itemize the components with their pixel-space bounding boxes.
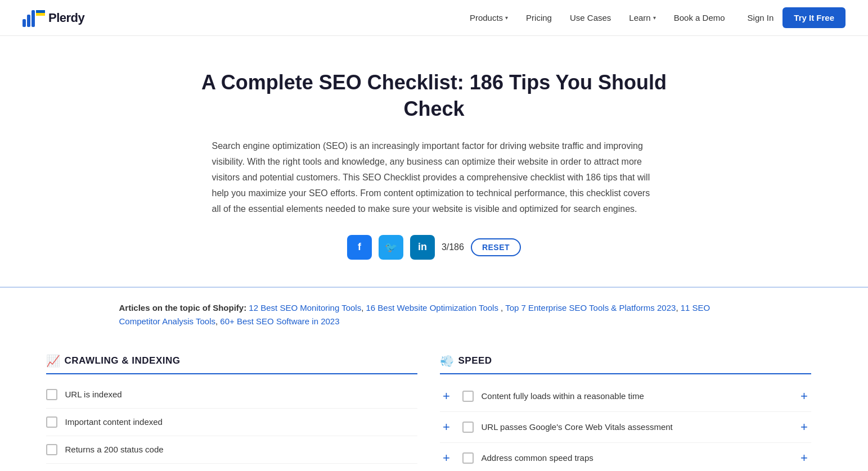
nav-book-demo-link[interactable]: Book a Demo: [674, 13, 725, 22]
checklist-grid: 📈 CRAWLING & INDEXING URL is indexed Imp…: [18, 337, 851, 471]
nav-item-book-demo[interactable]: Book a Demo: [674, 13, 725, 22]
checkbox-200-status[interactable]: [46, 444, 57, 455]
checkbox-content-loads[interactable]: [462, 391, 474, 402]
article-link-1[interactable]: 12 Best SEO Monitoring Tools: [249, 303, 361, 313]
chevron-down-icon: ▾: [653, 15, 656, 21]
checkbox-speed-traps[interactable]: [462, 452, 474, 464]
checkbox-content-indexed[interactable]: [46, 416, 57, 428]
nav-item-products[interactable]: Products ▾: [470, 13, 508, 22]
section-divider: [0, 287, 868, 288]
crawling-icon: 📈: [46, 354, 60, 368]
logo-link[interactable]: Plerdy: [23, 9, 84, 27]
nav-item-pricing[interactable]: Pricing: [526, 13, 552, 22]
try-free-button[interactable]: Try It Free: [782, 7, 845, 28]
progress-counter: 3/186: [442, 242, 464, 252]
logo-text: Plerdy: [48, 11, 84, 25]
reset-button[interactable]: RESET: [471, 238, 521, 256]
twitter-share-button[interactable]: 🐦: [379, 235, 403, 260]
speed-section-header: 💨 SPEED: [440, 354, 811, 374]
hero-section: A Complete SEO Checklist: 186 Tips You S…: [181, 36, 687, 287]
navbar: Plerdy Products ▾ Pricing Use Cases Lear…: [0, 0, 868, 36]
item-label-content-indexed: Important content indexed: [65, 417, 417, 427]
nav-learn-link[interactable]: Learn ▾: [629, 13, 655, 22]
expand-speed-1[interactable]: +: [440, 389, 453, 404]
speed-section-title: SPEED: [458, 355, 492, 366]
list-item: + Content fully loads within a reasonabl…: [440, 381, 811, 412]
nav-links: Products ▾ Pricing Use Cases Learn ▾ Boo…: [470, 13, 725, 22]
list-item: URL is indexed: [46, 381, 417, 409]
crawling-section-title: CRAWLING & INDEXING: [65, 355, 181, 366]
articles-label: Articles on the topic of Shopify:: [119, 303, 247, 313]
crawling-section-header: 📈 CRAWLING & INDEXING: [46, 354, 417, 374]
list-item: Returns a 200 status code: [46, 436, 417, 464]
list-item: Important content indexed: [46, 409, 417, 436]
expand-right-speed-2[interactable]: +: [798, 420, 811, 434]
expand-speed-3[interactable]: +: [440, 451, 453, 465]
article-link-3[interactable]: Top 7 Enterprise SEO Tools & Platforms 2…: [505, 303, 676, 313]
chevron-down-icon: ▾: [505, 15, 508, 21]
nav-right: Sign In Try It Free: [748, 7, 845, 28]
nav-products-link[interactable]: Products ▾: [470, 13, 508, 22]
speed-section: 💨 SPEED + Content fully loads within a r…: [434, 348, 828, 471]
item-label-core-web-vitals: URL passes Google's Core Web Vitals asse…: [482, 422, 798, 432]
item-label-content-loads: Content fully loads within a reasonable …: [482, 391, 798, 401]
item-label-200-status: Returns a 200 status code: [65, 445, 417, 454]
facebook-share-button[interactable]: f: [347, 235, 372, 260]
nav-use-cases-link[interactable]: Use Cases: [570, 13, 611, 22]
list-item: + URL passes Google's Core Web Vitals as…: [440, 412, 811, 443]
hero-description: Search engine optimization (SEO) is an i…: [212, 138, 656, 217]
list-item: + Address common speed traps +: [440, 443, 811, 471]
linkedin-share-button[interactable]: in: [410, 235, 435, 260]
nav-item-use-cases[interactable]: Use Cases: [570, 13, 611, 22]
page-title: A Complete SEO Checklist: 186 Tips You S…: [192, 70, 676, 123]
article-link-5[interactable]: 60+ Best SEO Software in 2023: [220, 316, 339, 326]
item-label-url-indexed: URL is indexed: [65, 390, 417, 399]
expand-right-speed-3[interactable]: +: [798, 451, 811, 465]
speed-icon: 💨: [440, 354, 454, 368]
checkbox-core-web-vitals[interactable]: [462, 422, 474, 433]
item-label-speed-traps: Address common speed traps: [482, 453, 798, 463]
checkbox-url-indexed[interactable]: [46, 389, 57, 400]
crawling-indexing-section: 📈 CRAWLING & INDEXING URL is indexed Imp…: [41, 348, 434, 471]
articles-row: Articles on the topic of Shopify: 12 Bes…: [97, 288, 772, 337]
social-share-row: f 🐦 in 3/186 RESET: [192, 235, 676, 260]
article-link-2[interactable]: 16 Best Website Optimization Tools: [366, 303, 498, 313]
sign-in-button[interactable]: Sign In: [748, 13, 774, 22]
nav-item-learn[interactable]: Learn ▾: [629, 13, 655, 22]
logo-icon: [23, 9, 45, 27]
list-item: Indexable by robots meta tag and X-robot…: [46, 464, 417, 471]
nav-pricing-link[interactable]: Pricing: [526, 13, 552, 22]
expand-right-speed-1[interactable]: +: [798, 389, 811, 404]
expand-speed-2[interactable]: +: [440, 420, 453, 434]
